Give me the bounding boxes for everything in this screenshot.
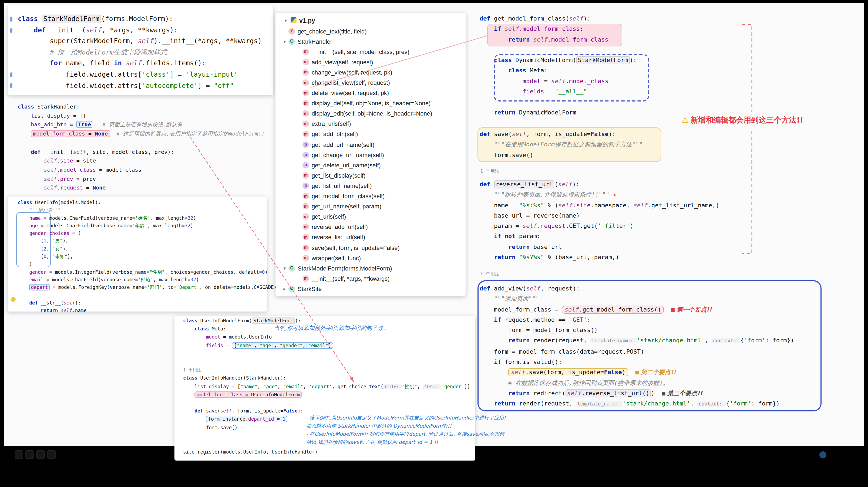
tree-item[interactable]: mdisplay_del(self, obj=None, is_header=N… xyxy=(276,98,466,108)
tree-item[interactable]: mdisplay_edit(self, obj=None, is_header=… xyxy=(276,108,466,119)
tree-item[interactable]: ▾CStarkHandler xyxy=(276,36,466,46)
tree-item[interactable]: mreverse_add_url(self) xyxy=(276,222,466,232)
code-add-view[interactable]: def add_view(self, request): """添加页面""" … xyxy=(479,284,794,410)
code-stark-handler[interactable]: class StarkHandler: list_display = [] ha… xyxy=(18,103,265,193)
method-icon: m xyxy=(303,79,309,86)
code-line xyxy=(18,291,277,299)
tree-item[interactable]: pget_delete_url_name(self) xyxy=(276,160,466,170)
tree-item[interactable]: mextra_urls(self) xyxy=(276,119,466,129)
code-line: self.model_class = model_class xyxy=(18,166,265,175)
tree-item-label: StarkSite xyxy=(298,286,322,292)
usage-count-label[interactable]: 1 个用法 xyxy=(480,168,500,175)
code-line: gender = models.IntegerField(verbose_nam… xyxy=(18,268,277,276)
tree-item[interactable]: m__init__(self, site, model_class, prev) xyxy=(276,46,466,57)
code-line: """添加页面""" xyxy=(479,294,794,304)
code-line: fields = "__all__" xyxy=(479,86,637,97)
tree-item[interactable]: mget_url_name(self, param) xyxy=(276,201,466,212)
method-icon: m xyxy=(303,234,309,240)
code-line: for name, field in self.fields.items(): xyxy=(18,58,262,69)
code-save-hook[interactable]: def save(self, form, is_update=False): "… xyxy=(479,129,643,160)
tree-item[interactable]: m__init__(self, *args, **kwargs) xyxy=(276,273,466,284)
handwritten-note-line: - 该示例中,为UserInfo自定义了ModelForm并在自定义的UserI… xyxy=(306,414,506,422)
property-icon: p xyxy=(303,152,309,158)
method-icon: m xyxy=(303,59,309,65)
chevron-down-icon[interactable]: ▾ xyxy=(281,265,288,271)
tree-item-label: __init__(self, *args, **kwargs) xyxy=(312,275,390,282)
code-line: # 在数据库保存成功后,跳转回列表页面(携带原来的参数)。 xyxy=(479,378,794,388)
python-file-icon xyxy=(290,17,297,23)
code-line xyxy=(183,358,470,366)
chevron-right-icon[interactable]: ▸ xyxy=(281,286,288,292)
code-line: (1, "男"), xyxy=(18,237,277,245)
tree-item-label: get_choice_text(title, field) xyxy=(298,28,367,34)
tree-item[interactable]: msave(self, form, is_update=False) xyxy=(276,242,466,253)
tree-item-label: StarkHandler xyxy=(298,38,332,44)
code-line: (0, "未知"), xyxy=(18,253,277,260)
tree-item[interactable]: mget_urls(self) xyxy=(276,212,466,222)
tree-item[interactable]: mwrapper(self, func) xyxy=(276,253,466,263)
code-line: field.widget.attrs['class'] = 'layui-inp… xyxy=(18,69,262,80)
tree-item[interactable]: mget_model_form_class(self) xyxy=(276,191,466,201)
tree-item[interactable]: ▸CStarkSite xyxy=(276,284,466,294)
tree-item-label: get_model_form_class(self) xyxy=(312,193,384,199)
code-line: list_display = ["name", "age", "email", … xyxy=(183,383,470,391)
class-icon: C xyxy=(288,265,295,271)
handwritten-note-meta: 当然,你可以添加额外字段,添加字段的钩子等.. xyxy=(274,324,386,332)
tree-item-label: get_list_display(self) xyxy=(312,172,365,179)
warning-annotation: ⚠新增和编辑都会用到这三个方法!! xyxy=(682,116,803,125)
code-line: email = models.CharField(verbose_name='邮… xyxy=(18,276,277,284)
code-line: param = self.request.GET.get('_filter') xyxy=(479,221,719,231)
tree-item-label: get_list_url_name(self) xyxy=(312,183,372,189)
code-line xyxy=(183,350,470,358)
code-line: field.widget.attrs['autocomplete'] = "of… xyxy=(18,80,262,91)
tree-item[interactable]: mdelete_view(self, request, pk) xyxy=(276,88,466,98)
chevron-down-icon[interactable]: ▾ xyxy=(281,39,288,44)
intention-bulb-icon[interactable] xyxy=(11,297,16,302)
code-line: class UserInfoHandler(StarkHandler): xyxy=(183,375,470,383)
tree-item-label: delete_view(self, request, pk) xyxy=(312,90,389,96)
code-line xyxy=(183,399,470,407)
taskbar-icon[interactable] xyxy=(14,450,23,459)
code-reverse-list-url[interactable]: def reverse_list_url(self): """跳转列表页面,并保… xyxy=(479,179,719,263)
code-line: def reverse_list_url(self): xyxy=(479,179,719,190)
code-userinfo-model[interactable]: class UserInfo(models.Model): """用户表""" … xyxy=(18,199,277,315)
tree-item[interactable]: mget_list_display(self) xyxy=(276,170,466,181)
method-icon: m xyxy=(303,244,309,251)
tree-items: fget_choice_text(title, field)▾CStarkHan… xyxy=(276,26,466,294)
property-icon: p xyxy=(303,141,309,148)
tree-item-label: display_edit(self, obj=None, is_header=N… xyxy=(312,110,432,117)
code-stark-model-form[interactable]: class StarkModelForm(forms.ModelForm): d… xyxy=(18,13,262,91)
taskbar-icon[interactable] xyxy=(36,450,45,459)
code-line: self.request = None xyxy=(18,184,265,193)
code-line: def __str__(self): xyxy=(18,299,277,307)
code-get-model-form-class[interactable]: def get_model_form_class(self): if self.… xyxy=(479,13,637,118)
method-icon: m xyxy=(303,172,309,179)
tree-item[interactable]: pget_change_url_name(self) xyxy=(276,150,466,160)
tree-item[interactable]: mget_add_btn(self) xyxy=(276,129,466,139)
tree-item[interactable]: fget_choice_text(title, field) xyxy=(276,26,466,36)
tree-item-label: get_add_url_name(self) xyxy=(312,141,374,148)
code-line xyxy=(18,139,265,148)
tree-item[interactable]: ▾CStarkModelForm(forms.ModelForm) xyxy=(276,263,466,273)
chevron-down-icon[interactable]: ▾ xyxy=(282,18,289,23)
tree-item[interactable]: madd_view(self, request) xyxy=(276,57,466,67)
tree-item[interactable]: mchange_view(self, request, pk) xyxy=(276,67,466,77)
tree-item[interactable]: pget_list_url_name(self) xyxy=(276,181,466,191)
code-line: class DynamicModelForm(StarkModelForm): xyxy=(479,55,637,66)
code-line: model_form_class = UserInfoModelForm xyxy=(183,391,470,399)
notification-dot[interactable] xyxy=(819,451,827,458)
code-line: (2, "女"), xyxy=(18,245,277,253)
screenshot-root: class StarkModelForm(forms.ModelForm): d… xyxy=(0,0,868,487)
tree-header[interactable]: ▾ v1.py xyxy=(276,14,466,26)
tree-item[interactable]: pget_add_url_name(self) xyxy=(276,139,466,150)
taskbar-icon[interactable] xyxy=(47,450,56,459)
code-line: """跳转列表页面,并保留原搜索条件!!""" ★ xyxy=(479,190,719,200)
usage-count-label[interactable]: 1 个用法 xyxy=(480,271,500,278)
taskbar-icon[interactable] xyxy=(25,450,34,459)
code-line: if not param: xyxy=(479,231,719,242)
code-line: model = models.UserInfo xyxy=(183,333,470,342)
method-icon: m xyxy=(303,69,309,75)
property-icon: p xyxy=(303,183,309,189)
tree-item[interactable]: mchangelist_view(self, request) xyxy=(276,77,466,88)
tree-item[interactable]: mreverse_list_url(self) xyxy=(276,232,466,242)
